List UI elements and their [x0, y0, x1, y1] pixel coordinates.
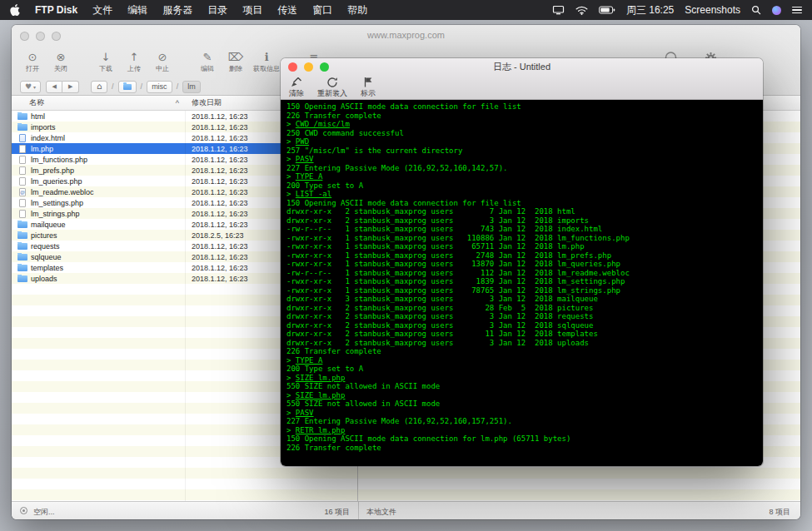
- log-line: 150 Opening ASCII mode data connection f…: [286, 102, 757, 112]
- breadcrumb-separator: /: [112, 82, 114, 91]
- flag-log-button[interactable]: 标示: [361, 77, 376, 99]
- menubar-screenshots[interactable]: Screenshots: [685, 4, 740, 16]
- log-terminal[interactable]: 150 Opening ASCII mode data connection f…: [281, 100, 763, 466]
- log-command: SIZE lm.php: [296, 374, 346, 382]
- list-icon: [792, 7, 802, 14]
- log-line: 200 Type set to A: [286, 181, 757, 191]
- zoom-window-button[interactable]: [52, 32, 61, 41]
- log-line: 550 SIZE not allowed in ASCII mode: [286, 399, 757, 409]
- notification-center-icon[interactable]: [792, 7, 802, 14]
- toolbar-button-edit[interactable]: ✎编辑: [193, 51, 222, 73]
- breadcrumb: ⌂ / / misc / lm: [91, 81, 201, 93]
- toolbar-button-download[interactable]: ↓下载: [92, 51, 120, 73]
- toolbar-button-delete[interactable]: ⌦删除: [222, 51, 250, 73]
- log-line: > SIZE lm.php: [286, 391, 757, 400]
- open-icon: ⊙: [28, 51, 37, 63]
- toolbar-button-get-info[interactable]: ℹ获取信息: [250, 51, 283, 73]
- reload-log-button[interactable]: 重新装入: [317, 77, 347, 99]
- file-icon: [19, 199, 26, 207]
- connection-status-icon: [20, 507, 27, 514]
- log-line: drwxr-xr-x 2 stanbusk_maxprog users 3 Ja…: [286, 339, 757, 348]
- log-line: > LIST -al: [286, 190, 757, 199]
- menubar: FTP Disk 文件编辑服务器目录项目传送窗口帮助 周三 16:25 Scre…: [0, 0, 812, 20]
- window-title: www.maxprog.com: [78, 30, 734, 40]
- wifi-icon[interactable]: [575, 6, 588, 15]
- log-window-title: 日志 - Untitled: [281, 58, 763, 76]
- siri-icon[interactable]: [772, 6, 781, 15]
- log-line: 150 Opening ASCII mode data connection f…: [286, 434, 757, 444]
- column-name[interactable]: 名称 ^: [12, 96, 185, 110]
- close-window-button[interactable]: [20, 32, 29, 41]
- folder-icon: [17, 243, 27, 250]
- breadcrumb-misc[interactable]: misc: [147, 81, 172, 93]
- toolbar-button-open[interactable]: ⊙打开: [18, 51, 47, 73]
- log-line: drwxr-xr-x 3 stanbusk_maxprog users 3 Ja…: [286, 295, 757, 304]
- toolbar-button-abort[interactable]: ⊘中止: [148, 51, 177, 73]
- menubar-menus: 文件编辑服务器目录项目传送窗口帮助: [92, 3, 367, 17]
- folder-icon: [17, 124, 27, 131]
- status-bar: 空闲... 16 项目 本地文件 8 项目: [12, 501, 800, 519]
- menu-item-0[interactable]: 文件: [92, 3, 112, 17]
- log-command: TYPE A: [296, 172, 323, 181]
- file-name: lm_readme.webloc: [31, 188, 94, 196]
- toolbar-button-close[interactable]: ⊗关闭: [47, 51, 75, 73]
- breadcrumb-lm[interactable]: lm: [182, 81, 201, 93]
- log-window-controls: [288, 62, 329, 72]
- zoom-window-button[interactable]: [320, 62, 329, 72]
- back-button[interactable]: ◀: [46, 81, 62, 93]
- upload-icon: ↑: [130, 51, 139, 63]
- file-icon: [19, 134, 26, 142]
- app-menu[interactable]: FTP Disk: [35, 4, 77, 16]
- search-icon[interactable]: [751, 5, 761, 15]
- menu-item-5[interactable]: 传送: [277, 3, 297, 17]
- file-name-cell: @lm_readme.webloc: [12, 188, 185, 196]
- home-icon: ⌂: [97, 82, 102, 91]
- forward-button[interactable]: ▶: [62, 81, 79, 93]
- menu-item-4[interactable]: 项目: [242, 3, 262, 17]
- log-line: 227 Entering Passive Mode (216,92,52,160…: [286, 164, 757, 173]
- log-line: 257 "/misc/lm" is the current directory: [286, 146, 757, 156]
- battery-icon[interactable]: [599, 6, 615, 14]
- file-icon: [19, 156, 26, 164]
- apple-menu[interactable]: [10, 4, 20, 16]
- log-command: SIZE lm.php: [296, 391, 346, 399]
- file-name: lm_prefs.php: [31, 166, 74, 175]
- menu-item-3[interactable]: 目录: [207, 3, 227, 17]
- favorites-button[interactable]: ♥▾: [20, 81, 41, 93]
- menu-item-2[interactable]: 服务器: [162, 3, 192, 17]
- menu-item-6[interactable]: 窗口: [312, 3, 332, 17]
- menubar-clock[interactable]: 周三 16:25: [626, 3, 674, 17]
- toolbar-button-upload[interactable]: ↑上传: [120, 51, 148, 73]
- log-line: -rwxr-xr-x 1 stanbusk_maxprog users 1108…: [286, 234, 757, 243]
- file-name: html: [31, 112, 45, 121]
- clear-log-button[interactable]: 清除: [289, 77, 304, 99]
- breadcrumb-home[interactable]: ⌂: [91, 81, 107, 93]
- log-line: > TYPE A: [286, 172, 757, 181]
- back-icon: ◀: [52, 83, 56, 90]
- toolbar-button-label: 删除: [229, 64, 242, 73]
- menu-item-7[interactable]: 帮助: [347, 3, 367, 17]
- log-line: 150 Opening ASCII mode data connection f…: [286, 199, 757, 208]
- file-name-cell: lm_settings.php: [12, 199, 185, 207]
- get-info-icon: ℹ: [265, 51, 269, 63]
- file-name-cell: html: [12, 112, 185, 121]
- file-name-cell: pictures: [12, 231, 185, 240]
- file-name: imports: [31, 123, 56, 132]
- close-window-button[interactable]: [288, 62, 297, 72]
- file-name: lm_strings.php: [31, 210, 80, 218]
- breadcrumb-root-folder[interactable]: [118, 81, 137, 93]
- status-text: 空闲...: [33, 507, 55, 518]
- file-icon: [19, 145, 26, 153]
- minimize-window-button[interactable]: [304, 62, 313, 72]
- file-name: index.html: [31, 134, 65, 142]
- log-line: -rwxr-xr-x 1 stanbusk_maxprog users 2748…: [286, 251, 757, 261]
- menu-item-1[interactable]: 编辑: [127, 3, 147, 17]
- flag-label: 标示: [361, 88, 376, 99]
- display-icon[interactable]: [552, 5, 565, 15]
- minimize-window-button[interactable]: [36, 32, 45, 41]
- reload-icon: [326, 77, 338, 87]
- local-pane-label: 本地文件: [366, 507, 396, 518]
- log-toolbar: 清除 重新装入 标示: [289, 76, 376, 100]
- file-name-cell: lm.php: [12, 145, 185, 153]
- log-line: drwxr-xr-x 2 stanbusk_maxprog users 7 Ja…: [286, 207, 757, 216]
